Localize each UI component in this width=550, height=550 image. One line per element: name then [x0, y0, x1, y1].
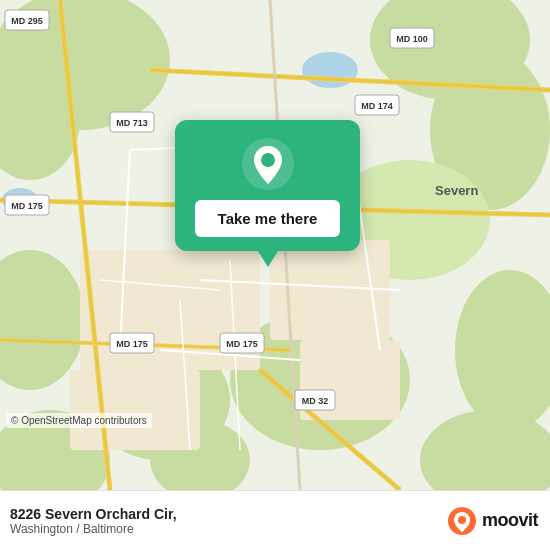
footer-bar: 8226 Severn Orchard Cir, Washington / Ba…: [0, 490, 550, 550]
svg-point-56: [261, 153, 275, 167]
moovit-brand-name: moovit: [482, 510, 538, 531]
copyright-notice: © OpenStreetMap contributors: [6, 413, 152, 428]
svg-text:MD 175: MD 175: [11, 201, 43, 211]
svg-point-17: [302, 52, 358, 88]
svg-text:MD 175: MD 175: [116, 339, 148, 349]
svg-text:MD 174: MD 174: [361, 101, 393, 111]
take-me-there-button[interactable]: Take me there: [195, 200, 340, 237]
svg-rect-14: [70, 370, 200, 450]
svg-text:MD 295: MD 295: [11, 16, 43, 26]
svg-text:MD 32: MD 32: [302, 396, 329, 406]
svg-text:MD 175: MD 175: [226, 339, 258, 349]
svg-text:MD 713: MD 713: [116, 118, 148, 128]
city-line: Washington / Baltimore: [10, 522, 177, 536]
footer-address-block: 8226 Severn Orchard Cir, Washington / Ba…: [10, 506, 177, 536]
svg-text:Severn: Severn: [435, 183, 478, 198]
svg-point-58: [458, 516, 466, 524]
location-pin-icon: [242, 138, 294, 190]
map-container: MD 295 MD 100 MD 713 MD 174 MD 175 MD 17…: [0, 0, 550, 490]
svg-text:MD 100: MD 100: [396, 34, 428, 44]
moovit-pin-icon: [448, 507, 476, 535]
address-line: 8226 Severn Orchard Cir,: [10, 506, 177, 522]
location-popup: Take me there: [175, 120, 360, 251]
moovit-logo: moovit: [448, 507, 538, 535]
